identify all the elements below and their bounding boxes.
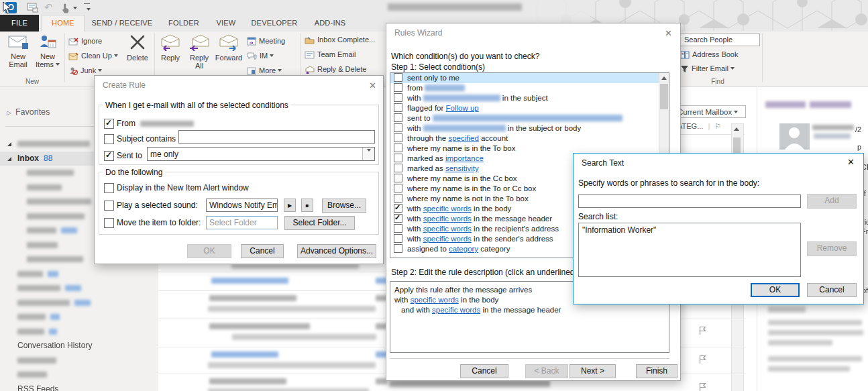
cancel-button[interactable]: Cancel	[807, 283, 857, 297]
condition-row[interactable]: sent to	[390, 113, 669, 123]
folder-redacted[interactable]	[0, 325, 158, 339]
search-phrase-input[interactable]	[578, 194, 801, 208]
ignore-button[interactable]: Ignore	[68, 35, 102, 48]
condition-checkbox[interactable]	[394, 204, 402, 213]
subject-contains-input[interactable]	[178, 130, 375, 144]
condition-checkbox[interactable]	[394, 154, 402, 162]
folder-redacted[interactable]	[0, 281, 158, 296]
tab-folder[interactable]: FOLDER	[160, 15, 207, 32]
ok-button[interactable]: OK	[187, 244, 231, 258]
meeting-button[interactable]: Meeting	[247, 35, 285, 48]
condition-link[interactable]: specific words	[423, 205, 472, 213]
move-folder-checkbox[interactable]	[104, 218, 114, 228]
condition-link[interactable]: specified	[448, 134, 478, 142]
flag-icon[interactable]	[699, 382, 706, 391]
condition-link[interactable]: category	[449, 245, 478, 253]
condition-checkbox[interactable]	[394, 133, 402, 142]
reply-all-button[interactable]: Reply All	[185, 34, 213, 70]
wizard-next-button[interactable]: Next >	[569, 364, 616, 378]
condition-link[interactable]: importance	[445, 154, 484, 162]
stop-sound-button[interactable]: ■	[301, 199, 313, 212]
reply-button[interactable]: Reply	[157, 34, 184, 62]
condition-link[interactable]: specific words	[411, 296, 459, 304]
im-button[interactable]: IM	[247, 50, 274, 62]
tab-developer[interactable]: DEVELOPER	[245, 15, 304, 32]
mailbox-scope-dropdown[interactable]: Current Mailbox	[673, 105, 746, 118]
condition-row[interactable]: through the specified account	[390, 133, 669, 144]
condition-checkbox[interactable]	[394, 244, 402, 253]
condition-checkbox[interactable]	[394, 73, 402, 82]
wizard-finish-button[interactable]: Finish	[636, 364, 677, 378]
quick-step-team-email[interactable]: Team Email	[305, 48, 356, 61]
tab-addins[interactable]: ADD-INS	[308, 15, 352, 32]
remove-button[interactable]: Remove	[807, 241, 857, 256]
touch-mode-icon[interactable]	[60, 3, 70, 13]
condition-link[interactable]: specific words	[423, 235, 472, 243]
condition-checkbox[interactable]	[394, 83, 402, 92]
customize-qat-icon[interactable]	[84, 3, 90, 4]
sent-to-dropdown[interactable]: me only	[147, 147, 375, 161]
collapsed-arrow-icon[interactable]: ▷	[7, 109, 11, 116]
wizard-cancel-button[interactable]: Cancel	[460, 364, 508, 378]
quick-step-inbox-complete[interactable]: Inbox Complete...	[305, 34, 375, 46]
condition-link[interactable]: specific words	[423, 225, 472, 233]
browse-button[interactable]: Browse...	[322, 199, 366, 213]
play-sound-button[interactable]: ▶	[284, 199, 296, 212]
tab-file[interactable]: FILE	[0, 15, 39, 32]
close-icon[interactable]: ✕	[847, 158, 855, 166]
condition-checkbox[interactable]	[394, 103, 402, 112]
folder-conversation-history[interactable]: Conversation History	[0, 339, 158, 353]
folder-redacted[interactable]	[0, 353, 158, 368]
new-items-button[interactable]: New Items	[34, 34, 62, 68]
condition-checkbox[interactable]	[394, 214, 402, 223]
folder-redacted[interactable]	[0, 296, 158, 311]
condition-row[interactable]: where my name is in the To box	[390, 144, 669, 154]
play-sound-checkbox[interactable]	[104, 201, 114, 211]
condition-link[interactable]: specific words	[423, 215, 472, 223]
tab-view[interactable]: VIEW	[211, 15, 241, 32]
advanced-options-button[interactable]: Advanced Options...	[297, 244, 376, 258]
condition-row[interactable]: from	[390, 83, 669, 93]
delete-button[interactable]: Delete	[122, 34, 153, 62]
condition-row[interactable]: with in the subject or body	[390, 123, 669, 133]
condition-checkbox[interactable]	[394, 174, 402, 182]
tab-send-receive[interactable]: SEND / RECEIVE	[88, 15, 156, 32]
ok-button[interactable]: OK	[751, 283, 800, 297]
scroll-up-icon[interactable]	[661, 76, 667, 80]
condition-checkbox[interactable]	[394, 93, 402, 102]
condition-row[interactable]: flagged for Follow up	[390, 103, 669, 113]
new-email-qat-icon[interactable]	[27, 3, 38, 13]
flag-icon[interactable]	[699, 326, 706, 337]
condition-checkbox[interactable]	[394, 113, 402, 122]
search-list-item[interactable]: "Information Worker"	[582, 225, 797, 235]
condition-link[interactable]: specific words	[432, 306, 480, 314]
from-checkbox[interactable]	[104, 119, 114, 129]
flag-column-icon[interactable]: ⚐	[714, 122, 721, 130]
scroll-up-icon[interactable]	[734, 127, 739, 131]
flag-icon[interactable]	[699, 355, 706, 366]
condition-checkbox[interactable]	[394, 184, 402, 192]
touch-mode-dropdown-icon[interactable]	[73, 7, 77, 9]
close-icon[interactable]: ✕	[369, 81, 376, 90]
dropdown-arrow-zone[interactable]	[362, 148, 374, 160]
filter-email-button[interactable]: Filter Email	[680, 62, 735, 75]
wizard-back-button[interactable]: < Back	[525, 364, 568, 378]
expand-arrow-icon[interactable]	[7, 142, 11, 146]
new-email-button[interactable]: New Email	[3, 34, 34, 68]
condition-checkbox[interactable]	[394, 194, 402, 203]
condition-checkbox[interactable]	[394, 224, 402, 233]
condition-checkbox[interactable]	[394, 234, 402, 243]
add-button[interactable]: Add	[807, 194, 857, 209]
condition-checkbox[interactable]	[394, 164, 402, 172]
quick-step-reply-delete[interactable]: Reply & Delete	[305, 63, 366, 76]
customize-qat-arrow-icon[interactable]	[87, 8, 91, 11]
folder-redacted[interactable]	[0, 267, 158, 282]
condition-link[interactable]: sensitivity	[445, 164, 479, 172]
condition-checkbox[interactable]	[394, 123, 402, 132]
forward-button[interactable]: Forward	[213, 34, 244, 62]
undo-icon[interactable]: ↶	[44, 1, 53, 13]
close-icon[interactable]: ✕	[665, 29, 672, 38]
folder-rss-feeds[interactable]: RSS Feeds	[0, 382, 158, 391]
sound-file-input[interactable]: Windows Notify Em	[206, 199, 278, 212]
folder-redacted[interactable]	[0, 368, 158, 382]
